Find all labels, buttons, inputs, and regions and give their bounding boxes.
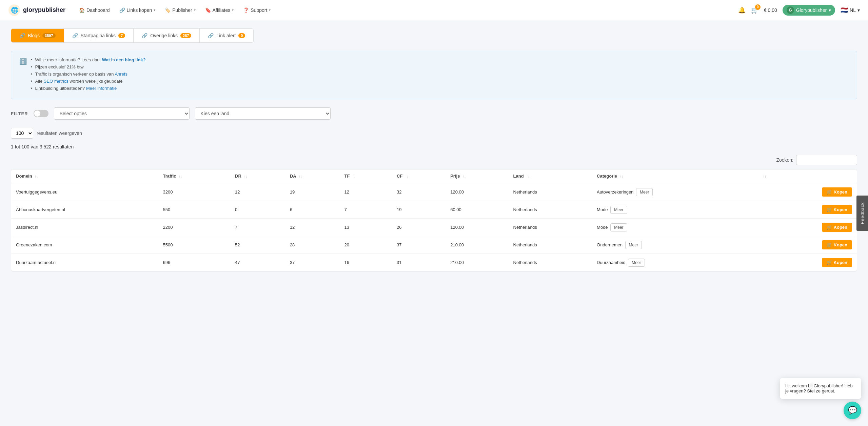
nav-item-support[interactable]: ❓ Support ▾ (239, 5, 275, 16)
cell-domein-2: Jasdirect.nl (11, 219, 158, 236)
info-link-seo[interactable]: SEO metrics (44, 79, 68, 84)
info-link-meer[interactable]: Meer informatie (86, 86, 117, 91)
cell-categorie-2: Mode Meer (592, 219, 757, 236)
cell-domein-3: Groenezaken.com (11, 236, 158, 254)
tab-overige-badge: 287 (180, 33, 191, 38)
info-list: Wil je meer informatie? Lees dan: Wat is… (31, 57, 146, 93)
cell-traffic-2: 2200 (158, 219, 230, 236)
nav-label-links-kopen: Links kopen (127, 7, 152, 13)
info-item-3: Alle SEO metrics worden wekelijks geupda… (31, 79, 146, 84)
table-header-row: Domein ↑↓ Traffic ↑↓ DR ↑↓ DA ↑↓ (11, 169, 857, 183)
cell-prijs-3: 210.00 (446, 236, 508, 254)
cell-traffic-3: 5500 (158, 236, 230, 254)
cart-icon-small: 🛒 (827, 207, 832, 212)
kopen-button-2[interactable]: 🛒 Kopen (822, 223, 852, 232)
kopen-button-1[interactable]: 🛒 Kopen (822, 205, 852, 214)
nav-item-publisher[interactable]: 🏷️ Publisher ▾ (161, 5, 199, 16)
meer-button-4[interactable]: Meer (628, 259, 645, 267)
cell-dr-4: 47 (230, 254, 285, 271)
kopen-button-4[interactable]: 🛒 Kopen (822, 258, 852, 267)
cell-tf-0: 12 (339, 183, 392, 201)
results-count: 1 tot 100 van 3.522 resultaten (11, 144, 857, 149)
cell-traffic-0: 3200 (158, 183, 230, 201)
col-header-tf[interactable]: TF ↑↓ (339, 169, 392, 183)
nav-item-dashboard[interactable]: 🏠 Dashboard (75, 5, 114, 16)
cell-tf-1: 7 (339, 201, 392, 219)
lang-chevron-icon: ▾ (857, 7, 860, 13)
cell-domein-1: Ahbonuskaartvergeten.nl (11, 201, 158, 219)
cell-actions-1: 🛒 Kopen (757, 201, 857, 219)
nav-label-affiliates: Affiliates (213, 7, 231, 13)
info-item-2: Traffic is organisch verkeer op basis va… (31, 72, 146, 77)
feedback-tab[interactable]: Feedback (856, 195, 868, 231)
cell-dr-1: 0 (230, 201, 285, 219)
info-link-0[interactable]: Wat is een blog link? (102, 57, 146, 62)
bell-icon[interactable]: 🔔 (738, 6, 746, 14)
col-header-land[interactable]: Land ↑↓ (509, 169, 592, 183)
cell-cf-1: 19 (392, 201, 446, 219)
cell-dr-3: 52 (230, 236, 285, 254)
col-header-categorie[interactable]: Categorie ↑↓ (592, 169, 757, 183)
col-header-traffic[interactable]: Traffic ↑↓ (158, 169, 230, 183)
language-label: NL (850, 7, 856, 13)
language-selector[interactable]: 🇳🇱 NL ▾ (841, 6, 860, 14)
svg-text:🌐: 🌐 (11, 6, 19, 14)
info-link-ahrefs[interactable]: Ahrefs (115, 72, 127, 77)
cell-prijs-4: 210.00 (446, 254, 508, 271)
home-icon: 🏠 (79, 7, 85, 13)
nav-item-affiliates[interactable]: 🔖 Affiliates ▾ (201, 5, 238, 16)
country-select[interactable]: Kies een land (195, 107, 331, 120)
info-item-1: Pijzen exclusief 21% btw (31, 64, 146, 69)
user-chevron-icon: ▾ (829, 7, 831, 13)
sort-arrows-dr: ↑↓ (244, 175, 248, 178)
per-page-select[interactable]: 100 (11, 128, 33, 139)
nav-item-links-kopen[interactable]: 🔗 Links kopen ▾ (115, 5, 160, 16)
cart-wrapper[interactable]: 🛒 0 (751, 6, 758, 14)
col-header-dr[interactable]: DR ↑↓ (230, 169, 285, 183)
filter-select[interactable]: Select opties (54, 107, 190, 120)
cell-domein-4: Duurzaam-actueel.nl (11, 254, 158, 271)
col-header-domein[interactable]: Domein ↑↓ (11, 169, 158, 183)
tab-startpagina[interactable]: 🔗 Startpagina links 7 (64, 29, 134, 42)
col-header-prijs[interactable]: Prijs ↑↓ (446, 169, 508, 183)
toggle-knob (34, 110, 40, 117)
kopen-button-3[interactable]: 🛒 Kopen (822, 240, 852, 249)
kopen-button-0[interactable]: 🛒 Kopen (822, 187, 852, 197)
tab-blogs[interactable]: 🔗 Blogs 3597 (11, 29, 64, 42)
main-content: 🔗 Blogs 3597 🔗 Startpagina links 7 🔗 Ove… (0, 20, 868, 280)
flag-icon: 🇳🇱 (841, 6, 848, 14)
meer-button-3[interactable]: Meer (625, 241, 642, 249)
avatar: G (787, 6, 794, 14)
meer-button-2[interactable]: Meer (610, 223, 627, 231)
tab-link-alert[interactable]: 🔗 Link alert 0 (200, 29, 253, 42)
col-header-cf[interactable]: CF ↑↓ (392, 169, 446, 183)
sort-arrows-prijs: ↑↓ (462, 175, 466, 178)
table-row: Jasdirect.nl 2200 7 12 13 26 120.00 Neth… (11, 219, 857, 236)
search-input[interactable] (796, 155, 857, 165)
cell-da-3: 28 (285, 236, 340, 254)
filter-toggle[interactable] (34, 110, 48, 117)
results-row: 100 resultaten weergeven (11, 128, 857, 139)
cell-categorie-4: Duurzaamheid Meer (592, 254, 757, 271)
sort-arrows-traffic: ↑↓ (179, 175, 182, 178)
table-row: Groenezaken.com 5500 52 28 20 37 210.00 … (11, 236, 857, 254)
meer-button-0[interactable]: Meer (636, 188, 653, 196)
cart-icon-small: 🛒 (827, 189, 832, 195)
cell-cf-0: 32 (392, 183, 446, 201)
link-icon: 🔗 (119, 7, 125, 13)
user-menu-button[interactable]: G Glorypublisher ▾ (783, 5, 835, 16)
col-header-da[interactable]: DA ↑↓ (285, 169, 340, 183)
tab-blogs-badge: 3597 (42, 33, 55, 38)
cell-categorie-1: Mode Meer (592, 201, 757, 219)
cell-da-4: 37 (285, 254, 340, 271)
cell-categorie-3: Ondernemen Meer (592, 236, 757, 254)
info-icon: ℹ️ (19, 58, 27, 93)
sort-arrows-da: ↑↓ (299, 175, 302, 178)
logo-icon: 🌐 (8, 4, 20, 16)
logo[interactable]: 🌐 glorypublisher (8, 4, 65, 16)
meer-button-1[interactable]: Meer (610, 206, 627, 214)
tab-overige[interactable]: 🔗 Overige links 287 (134, 29, 200, 42)
cell-land-1: Netherlands (509, 201, 592, 219)
cart-icon-small: 🛒 (827, 242, 832, 247)
tab-blogs-label: Blogs (28, 33, 40, 38)
